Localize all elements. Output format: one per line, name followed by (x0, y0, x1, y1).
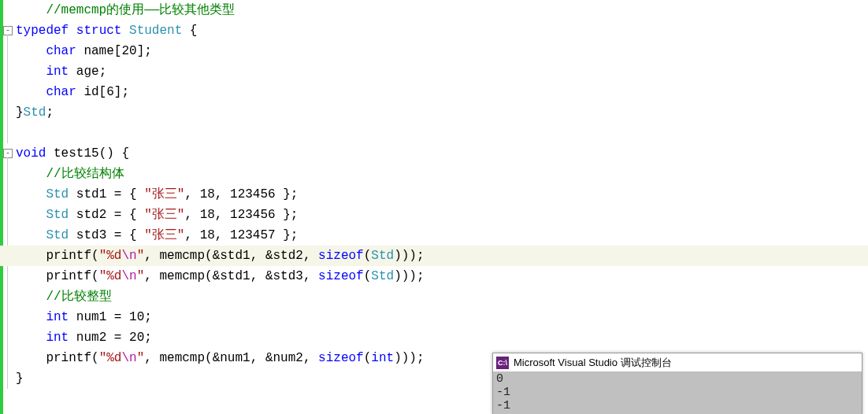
debug-console-window[interactable]: C:\ Microsoft Visual Studio 调试控制台 0-1-1 (492, 353, 862, 414)
console-output[interactable]: 0-1-1 (493, 372, 862, 414)
code-line[interactable]: typedef struct Student { (16, 20, 868, 41)
code-line[interactable]: Std std1 = { "张三", 18, 123456 }; (16, 184, 868, 205)
fold-toggle-icon[interactable]: - (3, 149, 13, 158)
code-line[interactable]: //memcmp的使用——比较其他类型 (16, 0, 868, 20)
code-line[interactable]: Std std3 = { "张三", 18, 123457 }; (16, 225, 868, 246)
code-line[interactable]: char id[6]; (16, 82, 868, 102)
code-line[interactable]: char name[20]; (16, 41, 868, 61)
console-title-text: Microsoft Visual Studio 调试控制台 (514, 356, 672, 370)
fold-toggle-icon[interactable]: - (3, 26, 13, 35)
code-line[interactable]: Std std2 = { "张三", 18, 123456 }; (16, 205, 868, 225)
code-line[interactable]: int num1 = 10; (16, 307, 868, 327)
code-line[interactable]: void test15() { (16, 143, 868, 164)
code-line[interactable]: }Std; (16, 102, 868, 123)
console-line: -1 (496, 399, 859, 412)
console-line: 0 (496, 372, 859, 386)
code-line[interactable]: //比较整型 (16, 286, 868, 307)
vs-icon: C:\ (496, 357, 509, 369)
console-line: -1 (496, 386, 859, 399)
fold-gutter: -- (3, 0, 14, 414)
code-line[interactable] (16, 123, 868, 143)
code-line[interactable]: int age; (16, 61, 868, 82)
code-line[interactable]: //比较结构体 (16, 164, 868, 184)
code-line[interactable]: printf("%d\n", memcmp(&std1, &std3, size… (16, 266, 868, 286)
code-line[interactable]: printf("%d\n", memcmp(&std1, &std2, size… (0, 246, 868, 266)
code-line[interactable]: int num2 = 20; (16, 327, 868, 348)
console-titlebar[interactable]: C:\ Microsoft Visual Studio 调试控制台 (493, 353, 862, 372)
